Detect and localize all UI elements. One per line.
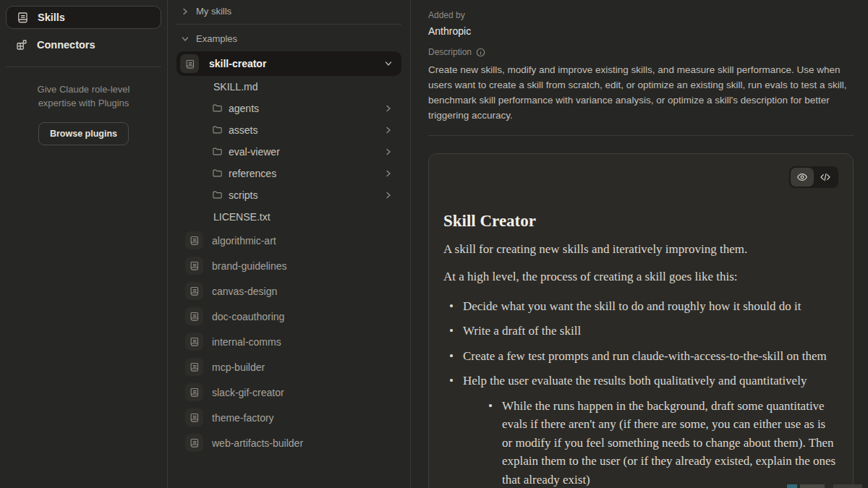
chevron-down-icon — [384, 59, 393, 68]
tree-folder-label: eval-viewer — [229, 146, 280, 158]
skill-preview-card: Skill Creator A skill for creating new s… — [428, 153, 854, 488]
tree-item-internal-comms[interactable]: internal-comms — [176, 329, 401, 354]
tree-item-label: internal-comms — [212, 336, 281, 348]
skill-icon — [185, 434, 203, 452]
skills-icon — [15, 11, 29, 25]
skill-icon — [185, 408, 203, 427]
tree-folder-label: scripts — [229, 189, 258, 201]
tree-item-label: brand-guidelines — [212, 260, 287, 272]
chevron-down-icon — [181, 35, 190, 43]
list-item: Help the user evaluate the results both … — [443, 372, 838, 488]
cutoff-content-sliver — [787, 484, 797, 488]
folder-icon — [212, 124, 224, 136]
tree-file-label: LICENSE.txt — [213, 211, 271, 223]
skills-tree-panel: My skills Examples skill-creator — [168, 0, 411, 488]
view-mode-toggle — [789, 166, 838, 188]
code-view-toggle[interactable] — [814, 168, 837, 187]
tree-file-label: SKILL.md — [213, 81, 258, 93]
skill-detail-panel: Added by Anthropic Description Create ne… — [411, 0, 868, 488]
tree-item-mcp-builder[interactable]: mcp-builder — [176, 354, 401, 380]
skill-icon — [185, 307, 203, 325]
tree-item-slack-gif-creator[interactable]: slack-gif-creator — [176, 380, 401, 405]
info-icon[interactable] — [476, 48, 485, 57]
tree-divider — [176, 24, 401, 25]
tree-item-label: skill-creator — [209, 58, 384, 69]
list-item: Decide what you want the skill to do and… — [443, 297, 838, 316]
skill-icon — [185, 257, 203, 275]
tree-item-label: mcp-builder — [212, 361, 265, 373]
sidebar-item-label: Connectors — [37, 39, 95, 51]
sidebar-item-connectors[interactable]: Connectors — [6, 33, 161, 56]
sidebar-item-label: Skills — [38, 12, 65, 23]
tree-item-label: slack-gif-creator — [212, 387, 284, 398]
tree-item-brand-guidelines[interactable]: brand-guidelines — [176, 253, 401, 278]
nested-list: While the runs happen in the background,… — [482, 397, 838, 488]
tree-folder-assets[interactable]: assets — [176, 119, 401, 141]
skill-icon — [185, 231, 203, 249]
folder-icon — [212, 189, 224, 201]
tree-item-label: doc-coauthoring — [212, 311, 284, 322]
skill-icon — [185, 358, 203, 376]
tree-item-algorithmic-art[interactable]: algorithmic-art — [176, 228, 401, 253]
detail-divider — [428, 135, 854, 136]
tree-item-label: algorithmic-art — [212, 235, 276, 247]
chevron-right-icon — [384, 147, 393, 156]
list-item: Create a few test prompts and run claude… — [443, 347, 838, 366]
sidebar-divider — [6, 67, 161, 67]
skill-icon — [180, 54, 199, 73]
cutoff-content-sliver — [833, 484, 862, 488]
markdown-preview: Skill Creator A skill for creating new s… — [443, 212, 838, 488]
description-label: Description — [428, 47, 472, 57]
tree-item-doc-coauthoring[interactable]: doc-coauthoring — [176, 304, 401, 329]
chevron-right-icon — [384, 191, 393, 200]
tree-item-web-artifacts-builder[interactable]: web-artifacts-builder — [176, 430, 401, 455]
chevron-right-icon — [384, 126, 393, 134]
tree-item-skill-creator-selected[interactable]: skill-creator — [176, 51, 401, 76]
tree-file-skill-md[interactable]: SKILL.md — [176, 76, 401, 98]
list-item: While the runs happen in the background,… — [482, 397, 838, 488]
description-text: Create new skills, modify and improve ex… — [428, 63, 854, 124]
tree-section-examples[interactable]: Examples — [176, 29, 401, 48]
tree-folder-scripts[interactable]: scripts — [176, 184, 401, 206]
added-by-value: Anthropic — [428, 25, 854, 37]
tree-item-canvas-design[interactable]: canvas-design — [176, 278, 401, 304]
tree-item-label: canvas-design — [212, 286, 277, 297]
chevron-right-icon — [384, 169, 393, 178]
tree-item-label: web-artifacts-builder — [212, 437, 303, 449]
tree-folder-label: references — [229, 168, 276, 179]
preview-eye-toggle[interactable] — [791, 168, 814, 187]
tree-item-theme-factory[interactable]: theme-factory — [176, 405, 401, 430]
tree-folder-references[interactable]: references — [176, 163, 401, 184]
folder-icon — [212, 103, 224, 114]
cutoff-content-sliver — [800, 484, 825, 488]
tree-folder-label: assets — [229, 124, 258, 136]
list-item: Write a draft of the skill — [443, 322, 838, 341]
skill-icon — [185, 282, 203, 300]
sidebar: Skills Connectors Give Claude role-level… — [0, 0, 168, 488]
skill-intro: A skill for creating new skills and iter… — [443, 240, 838, 259]
skill-icon — [185, 333, 203, 351]
folder-icon — [212, 146, 224, 158]
tree-file-license[interactable]: LICENSE.txt — [176, 206, 401, 228]
browse-plugins-button[interactable]: Browse plugins — [38, 122, 129, 145]
tree-section-my-skills[interactable]: My skills — [176, 1, 401, 21]
sidebar-item-skills[interactable]: Skills — [6, 6, 161, 29]
plugins-promo-text: Give Claude role-level expertise with Pl… — [6, 83, 161, 111]
tree-section-label: My skills — [196, 6, 231, 17]
tree-item-label: theme-factory — [212, 412, 274, 424]
tree-folder-label: agents — [229, 103, 259, 114]
tree-section-label: Examples — [196, 33, 237, 44]
tree-folder-eval-viewer[interactable]: eval-viewer — [176, 141, 401, 163]
chevron-right-icon — [181, 7, 190, 16]
skill-title: Skill Creator — [443, 212, 838, 231]
process-intro: At a high level, the process of creating… — [443, 267, 838, 286]
code-icon — [820, 171, 831, 183]
app-window: Skills Connectors Give Claude role-level… — [0, 0, 868, 488]
chevron-right-icon — [384, 104, 393, 113]
tree-folder-agents[interactable]: agents — [176, 98, 401, 119]
process-list: Decide what you want the skill to do and… — [443, 297, 838, 488]
skill-icon — [185, 383, 203, 401]
added-by-label: Added by — [428, 10, 854, 20]
eye-icon — [796, 171, 808, 183]
folder-icon — [212, 168, 224, 179]
